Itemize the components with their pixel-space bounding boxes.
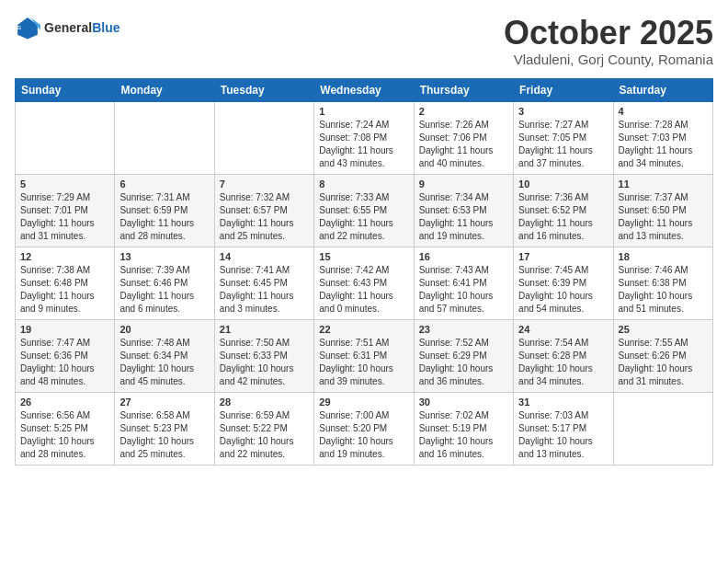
day-info: Sunrise: 6:56 AMSunset: 5:25 PMDaylight:… (20, 409, 109, 461)
logo-icon: G (15, 15, 40, 40)
calendar-cell: 24Sunrise: 7:54 AMSunset: 6:28 PMDayligh… (514, 319, 613, 392)
calendar-cell: 21Sunrise: 7:50 AMSunset: 6:33 PMDayligh… (214, 319, 313, 392)
calendar-cell: 9Sunrise: 7:34 AMSunset: 6:53 PMDaylight… (414, 174, 513, 247)
day-header-thursday: Thursday (414, 78, 513, 101)
day-header-wednesday: Wednesday (314, 78, 414, 101)
day-number: 22 (319, 324, 408, 335)
calendar-cell: 28Sunrise: 6:59 AMSunset: 5:22 PMDayligh… (214, 392, 313, 465)
day-number: 9 (419, 178, 508, 190)
day-info: Sunrise: 7:38 AMSunset: 6:48 PMDaylight:… (20, 264, 109, 316)
day-number: 20 (119, 324, 209, 335)
calendar-cell: 27Sunrise: 6:58 AMSunset: 5:23 PMDayligh… (115, 392, 214, 465)
day-info: Sunrise: 7:03 AMSunset: 5:17 PMDaylight:… (518, 409, 608, 461)
day-info: Sunrise: 7:52 AMSunset: 6:29 PMDaylight:… (419, 337, 508, 388)
day-number: 1 (319, 106, 408, 117)
calendar-cell: 13Sunrise: 7:39 AMSunset: 6:46 PMDayligh… (115, 247, 214, 319)
calendar-cell: 11Sunrise: 7:37 AMSunset: 6:50 PMDayligh… (613, 174, 712, 247)
svg-text:G: G (17, 24, 21, 30)
day-header-sunday: Sunday (16, 78, 115, 101)
calendar-cell: 23Sunrise: 7:52 AMSunset: 6:29 PMDayligh… (414, 319, 513, 392)
day-number: 29 (319, 396, 408, 408)
day-info: Sunrise: 7:55 AMSunset: 6:26 PMDaylight:… (619, 337, 708, 388)
day-info: Sunrise: 7:24 AMSunset: 7:08 PMDaylight:… (319, 119, 408, 170)
logo-general: General (44, 20, 92, 35)
day-info: Sunrise: 7:34 AMSunset: 6:53 PMDaylight:… (419, 191, 508, 243)
day-header-friday: Friday (514, 78, 613, 101)
day-info: Sunrise: 7:31 AMSunset: 6:59 PMDaylight:… (119, 191, 209, 243)
day-number: 4 (619, 106, 708, 117)
calendar-cell: 14Sunrise: 7:41 AMSunset: 6:45 PMDayligh… (214, 247, 313, 319)
title-block: October 2025 Vladuleni, Gorj County, Rom… (504, 15, 713, 67)
calendar-cell: 16Sunrise: 7:43 AMSunset: 6:41 PMDayligh… (414, 247, 513, 319)
day-number: 3 (518, 106, 608, 117)
month-title: October 2025 (504, 15, 713, 52)
day-number: 5 (20, 178, 109, 190)
calendar-cell: 2Sunrise: 7:26 AMSunset: 7:06 PMDaylight… (414, 101, 513, 174)
calendar-cell: 29Sunrise: 7:00 AMSunset: 5:20 PMDayligh… (314, 392, 414, 465)
calendar-cell (214, 101, 313, 174)
day-number: 28 (220, 396, 309, 408)
day-number: 7 (220, 178, 309, 190)
logo-text: GeneralBlue (44, 19, 119, 36)
page-header: G GeneralBlue October 2025 Vladuleni, Go… (15, 15, 713, 67)
day-number: 19 (20, 324, 109, 335)
calendar-header-row: SundayMondayTuesdayWednesdayThursdayFrid… (16, 78, 713, 101)
calendar-cell: 7Sunrise: 7:32 AMSunset: 6:57 PMDaylight… (214, 174, 313, 247)
day-number: 18 (619, 251, 708, 262)
day-number: 16 (419, 251, 508, 262)
calendar-cell: 6Sunrise: 7:31 AMSunset: 6:59 PMDaylight… (115, 174, 214, 247)
day-info: Sunrise: 7:26 AMSunset: 7:06 PMDaylight:… (419, 119, 508, 170)
day-info: Sunrise: 7:50 AMSunset: 6:33 PMDaylight:… (220, 337, 309, 388)
calendar-week-row: 19Sunrise: 7:47 AMSunset: 6:36 PMDayligh… (16, 319, 713, 392)
calendar-cell: 19Sunrise: 7:47 AMSunset: 6:36 PMDayligh… (16, 319, 115, 392)
day-info: Sunrise: 7:51 AMSunset: 6:31 PMDaylight:… (319, 337, 408, 388)
calendar-cell: 4Sunrise: 7:28 AMSunset: 7:03 PMDaylight… (613, 101, 712, 174)
calendar-week-row: 1Sunrise: 7:24 AMSunset: 7:08 PMDaylight… (16, 101, 713, 174)
day-info: Sunrise: 7:54 AMSunset: 6:28 PMDaylight:… (518, 337, 608, 388)
day-number: 12 (20, 251, 109, 262)
day-number: 30 (419, 396, 508, 408)
day-info: Sunrise: 6:59 AMSunset: 5:22 PMDaylight:… (220, 409, 309, 461)
day-number: 27 (119, 396, 209, 408)
day-number: 17 (518, 251, 608, 262)
calendar-cell: 15Sunrise: 7:42 AMSunset: 6:43 PMDayligh… (314, 247, 414, 319)
day-info: Sunrise: 7:47 AMSunset: 6:36 PMDaylight:… (20, 337, 109, 388)
day-number: 24 (518, 324, 608, 335)
calendar-cell: 10Sunrise: 7:36 AMSunset: 6:52 PMDayligh… (514, 174, 613, 247)
day-info: Sunrise: 7:00 AMSunset: 5:20 PMDaylight:… (319, 409, 408, 461)
day-info: Sunrise: 7:45 AMSunset: 6:39 PMDaylight:… (518, 264, 608, 316)
day-info: Sunrise: 7:36 AMSunset: 6:52 PMDaylight:… (518, 191, 608, 243)
day-info: Sunrise: 7:28 AMSunset: 7:03 PMDaylight:… (619, 119, 708, 170)
day-info: Sunrise: 7:42 AMSunset: 6:43 PMDaylight:… (319, 264, 408, 316)
day-info: Sunrise: 7:43 AMSunset: 6:41 PMDaylight:… (419, 264, 508, 316)
day-info: Sunrise: 7:33 AMSunset: 6:55 PMDaylight:… (319, 191, 408, 243)
day-number: 11 (619, 178, 708, 190)
day-header-saturday: Saturday (613, 78, 712, 101)
day-number: 14 (220, 251, 309, 262)
calendar-week-row: 12Sunrise: 7:38 AMSunset: 6:48 PMDayligh… (16, 247, 713, 319)
calendar-cell: 31Sunrise: 7:03 AMSunset: 5:17 PMDayligh… (514, 392, 613, 465)
calendar-cell: 8Sunrise: 7:33 AMSunset: 6:55 PMDaylight… (314, 174, 414, 247)
day-number: 23 (419, 324, 508, 335)
day-number: 2 (419, 106, 508, 117)
calendar-cell (613, 392, 712, 465)
calendar-cell: 20Sunrise: 7:48 AMSunset: 6:34 PMDayligh… (115, 319, 214, 392)
calendar-week-row: 26Sunrise: 6:56 AMSunset: 5:25 PMDayligh… (16, 392, 713, 465)
calendar-cell: 1Sunrise: 7:24 AMSunset: 7:08 PMDaylight… (314, 101, 414, 174)
day-number: 10 (518, 178, 608, 190)
logo: G GeneralBlue (15, 15, 119, 40)
calendar-cell: 3Sunrise: 7:27 AMSunset: 7:05 PMDaylight… (514, 101, 613, 174)
day-info: Sunrise: 7:37 AMSunset: 6:50 PMDaylight:… (619, 191, 708, 243)
day-number: 15 (319, 251, 408, 262)
calendar-cell: 18Sunrise: 7:46 AMSunset: 6:38 PMDayligh… (613, 247, 712, 319)
day-info: Sunrise: 7:02 AMSunset: 5:19 PMDaylight:… (419, 409, 508, 461)
day-number: 13 (119, 251, 209, 262)
day-info: Sunrise: 6:58 AMSunset: 5:23 PMDaylight:… (119, 409, 209, 461)
day-header-tuesday: Tuesday (214, 78, 313, 101)
calendar-cell: 25Sunrise: 7:55 AMSunset: 6:26 PMDayligh… (613, 319, 712, 392)
day-info: Sunrise: 7:27 AMSunset: 7:05 PMDaylight:… (518, 119, 608, 170)
calendar-cell: 26Sunrise: 6:56 AMSunset: 5:25 PMDayligh… (16, 392, 115, 465)
calendar-cell: 30Sunrise: 7:02 AMSunset: 5:19 PMDayligh… (414, 392, 513, 465)
day-info: Sunrise: 7:46 AMSunset: 6:38 PMDaylight:… (619, 264, 708, 316)
day-number: 26 (20, 396, 109, 408)
